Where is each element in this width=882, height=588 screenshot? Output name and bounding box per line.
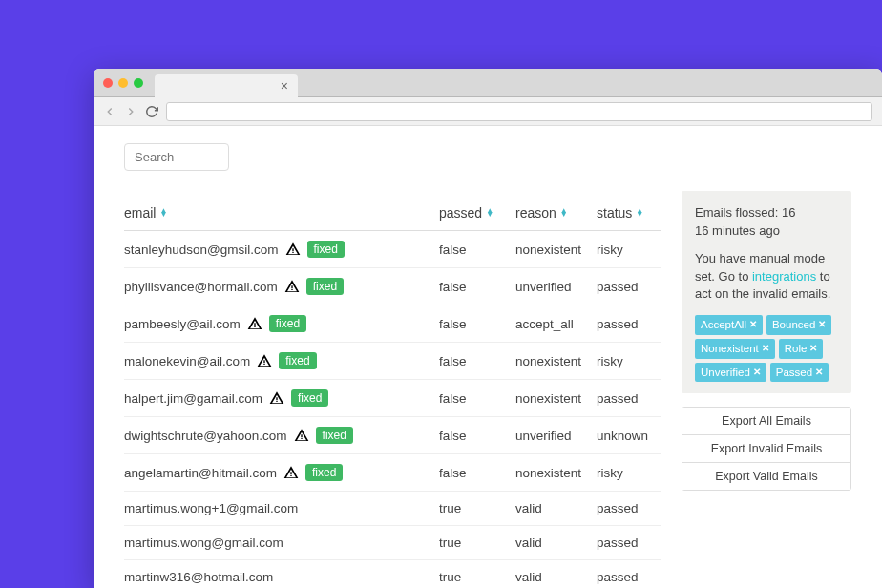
tab-close-icon[interactable]: ×: [281, 78, 288, 94]
cell-reason: unverified: [515, 429, 597, 443]
cell-reason: valid: [515, 536, 597, 550]
tag-remove-icon[interactable]: ✕: [753, 366, 761, 380]
col-email[interactable]: email▲▼: [124, 205, 439, 220]
cell-email: martinw316@hotmail.com: [124, 570, 439, 584]
cell-reason: nonexistent: [515, 466, 597, 480]
warning-icon: [294, 428, 309, 443]
sort-icon: ▲▼: [560, 209, 568, 217]
maximize-window-icon[interactable]: [134, 78, 143, 88]
sort-icon: ▲▼: [486, 209, 494, 217]
fixed-badge[interactable]: fixed: [305, 464, 343, 481]
cell-reason: accept_all: [515, 317, 597, 331]
browser-tab[interactable]: ×: [155, 74, 298, 97]
email-text: halpert.jim@gamail.com: [124, 391, 262, 406]
email-text: martimus.wong@gmail.com: [124, 536, 284, 550]
browser-toolbar: [94, 97, 882, 126]
cell-reason: unverified: [515, 280, 597, 294]
info-text: You have manual mode set. Go to integrat…: [695, 250, 838, 304]
tag-remove-icon[interactable]: ✕: [818, 318, 826, 332]
tag-label: Unverified: [701, 365, 750, 381]
cell-passed: true: [439, 570, 515, 584]
col-status[interactable]: status▲▼: [597, 205, 661, 220]
tag-label: Role: [785, 341, 808, 357]
fixed-badge[interactable]: fixed: [316, 427, 353, 444]
filter-tags: AcceptAll ✕Bounced ✕Nonexistent ✕Role ✕U…: [695, 315, 838, 382]
sort-icon: ▲▼: [159, 209, 167, 217]
cell-status: risky: [597, 466, 661, 480]
integrations-link[interactable]: integrations: [752, 269, 816, 284]
traffic-lights: [103, 78, 143, 88]
minimize-window-icon[interactable]: [118, 78, 128, 88]
filter-tag[interactable]: AcceptAll ✕: [695, 315, 763, 335]
fixed-badge[interactable]: fixed: [269, 315, 306, 332]
tag-remove-icon[interactable]: ✕: [809, 342, 817, 356]
close-window-icon[interactable]: [103, 78, 113, 88]
cell-email: dwightschrute@yahoon.comfixed: [124, 427, 439, 444]
cell-status: passed: [597, 280, 661, 294]
back-icon[interactable]: [103, 105, 116, 118]
table-row: phyllisvance@hormail.comfixedfalseunveri…: [124, 268, 661, 305]
export-button[interactable]: Export All Emails: [682, 408, 850, 435]
tag-remove-icon[interactable]: ✕: [762, 342, 769, 356]
filter-tag[interactable]: Bounced ✕: [766, 315, 831, 335]
table-row: malonekevin@ail.comfixedfalsenonexistent…: [124, 343, 661, 380]
cell-passed: false: [439, 242, 515, 257]
warning-icon: [285, 242, 301, 257]
main-panel: email▲▼ passed▲▼ reason▲▼ status▲▼ stanl…: [124, 143, 661, 571]
sort-icon: ▲▼: [636, 209, 643, 217]
cell-email: pambeesly@ail.comfixed: [124, 315, 439, 332]
filter-tag[interactable]: Nonexistent ✕: [695, 339, 775, 359]
cell-passed: false: [439, 354, 515, 368]
email-text: malonekevin@ail.com: [124, 354, 250, 368]
forward-icon[interactable]: [124, 105, 137, 118]
table-row: halpert.jim@gamail.comfixedfalsenonexist…: [124, 380, 661, 417]
cell-passed: true: [439, 501, 515, 515]
warning-icon: [247, 316, 262, 331]
table-row: angelamartin@hitmail.comfixedfalsenonexi…: [124, 454, 661, 492]
tag-remove-icon[interactable]: ✕: [749, 318, 757, 332]
fixed-badge[interactable]: fixed: [291, 389, 328, 407]
email-text: angelamartin@hitmail.com: [124, 466, 277, 480]
warning-icon: [269, 390, 284, 406]
col-passed-label: passed: [439, 205, 482, 220]
cell-status: passed: [597, 501, 661, 515]
filter-tag[interactable]: Unverified ✕: [695, 363, 766, 383]
cell-email: stanleyhudson@gmsil.comfixed: [124, 241, 439, 258]
cell-email: angelamartin@hitmail.comfixed: [124, 464, 439, 481]
table-row: martinw316@hotmail.comtruevalidpassed: [124, 560, 661, 588]
tag-label: Passed: [776, 365, 812, 381]
cell-reason: nonexistent: [515, 354, 597, 368]
export-button[interactable]: Export Valid Emails: [682, 463, 850, 490]
col-reason-label: reason: [515, 205, 556, 220]
warning-icon: [284, 279, 300, 294]
fixed-badge[interactable]: fixed: [306, 278, 344, 295]
fixed-badge[interactable]: fixed: [279, 352, 316, 369]
cell-passed: false: [439, 466, 515, 480]
cell-status: passed: [597, 391, 661, 406]
search-input[interactable]: [124, 143, 229, 171]
filter-tag[interactable]: Passed ✕: [770, 363, 829, 383]
cell-reason: valid: [515, 501, 597, 515]
fixed-badge[interactable]: fixed: [307, 241, 345, 258]
url-input[interactable]: [166, 102, 872, 121]
warning-icon: [284, 465, 299, 480]
export-buttons: Export All EmailsExport Invalid EmailsEx…: [682, 407, 851, 491]
sidebar: Emails flossed: 16 16 minutes ago You ha…: [682, 191, 851, 571]
table-row: pambeesly@ail.comfixedfalseaccept_allpas…: [124, 305, 661, 343]
col-reason[interactable]: reason▲▼: [515, 205, 597, 220]
email-text: pambeesly@ail.com: [124, 317, 241, 331]
cell-status: unknown: [597, 429, 661, 443]
export-button[interactable]: Export Invalid Emails: [682, 435, 850, 463]
browser-window: × email▲▼ passed▲▼ reason▲▼ status▲▼ sta…: [94, 69, 882, 588]
col-passed[interactable]: passed▲▼: [439, 205, 515, 220]
filter-tag[interactable]: Role ✕: [779, 339, 824, 359]
email-text: martinw316@hotmail.com: [124, 570, 273, 584]
cell-email: martimus.wong@gmail.com: [124, 536, 439, 550]
cell-status: risky: [597, 242, 661, 257]
tag-remove-icon[interactable]: ✕: [815, 366, 823, 380]
table-header: email▲▼ passed▲▼ reason▲▼ status▲▼: [124, 200, 661, 231]
warning-icon: [257, 353, 272, 368]
tag-label: AcceptAll: [701, 317, 746, 333]
tag-label: Bounced: [772, 317, 815, 333]
reload-icon[interactable]: [145, 105, 158, 118]
